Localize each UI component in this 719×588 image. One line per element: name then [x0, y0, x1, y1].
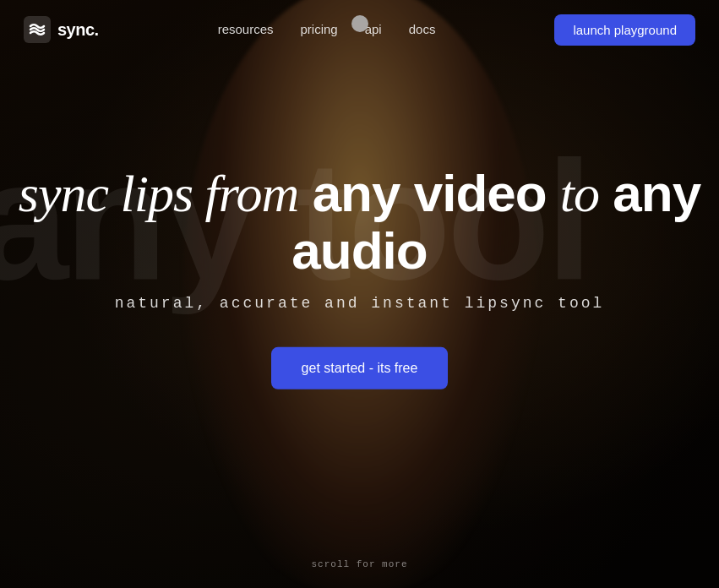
scroll-more-label: scroll for more [311, 559, 407, 569]
logo-link[interactable]: sync. [24, 16, 99, 43]
nav-resources[interactable]: resources [218, 22, 274, 36]
headline-part2: any video [313, 164, 547, 222]
hero-headline: sync lips from any video to any audio [14, 165, 706, 280]
headline-part3: to [560, 165, 599, 222]
logo-icon [24, 16, 51, 43]
scroll-indicator-dot [351, 15, 368, 32]
brand-name: sync. [57, 20, 99, 40]
get-started-button[interactable]: get started - its free [271, 347, 449, 389]
hero-subheadline: natural, accurate and instant lipsync to… [14, 295, 706, 312]
hero-content: sync lips from any video to any audio na… [14, 165, 706, 389]
nav-links: resources pricing api docs [218, 22, 436, 37]
launch-playground-button[interactable]: launch playground [554, 14, 695, 46]
nav-pricing[interactable]: pricing [301, 22, 338, 36]
headline-part1: sync lips from [19, 165, 299, 222]
nav-docs[interactable]: docs [409, 22, 436, 36]
